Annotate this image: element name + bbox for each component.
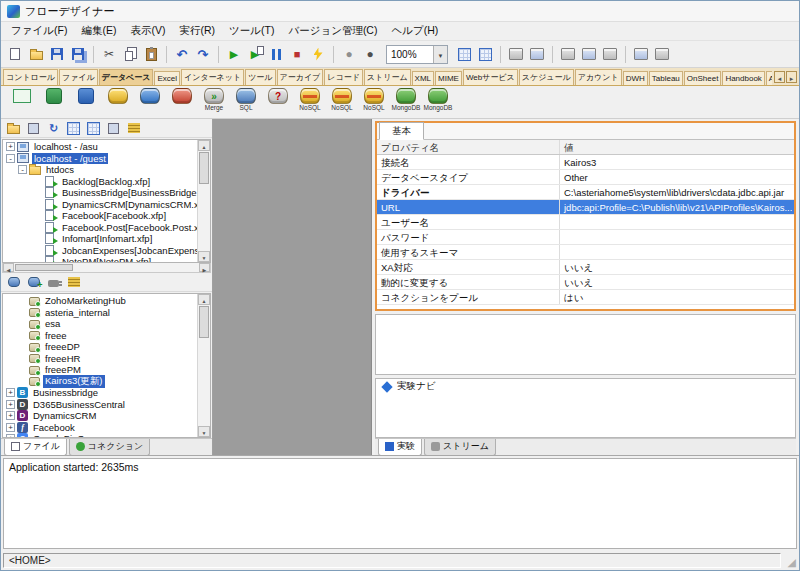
palette-category-tab[interactable]: Tableau xyxy=(649,71,683,85)
palette-category-tab[interactable]: DWH xyxy=(623,71,648,85)
menu-item[interactable]: 表示(V) xyxy=(123,22,172,40)
property-row[interactable]: ドライバー C:\asteriahome5\system\lib\drivers… xyxy=(377,185,794,200)
horizontal-scrollbar[interactable] xyxy=(2,263,211,273)
scroll-up-icon[interactable] xyxy=(198,140,210,151)
tab-scroll-right-icon[interactable] xyxy=(786,71,797,83)
sort-connections-button[interactable] xyxy=(65,274,82,290)
run-button[interactable] xyxy=(224,44,244,64)
component-button-5[interactable] xyxy=(600,44,620,64)
tree-item[interactable]: Businessbridge xyxy=(3,387,197,399)
test-connection-button[interactable] xyxy=(45,274,62,290)
tree-expander[interactable] xyxy=(34,257,43,262)
guide-view-button[interactable] xyxy=(475,44,495,64)
tree-item[interactable]: asteria_internal xyxy=(3,307,197,319)
tree-item[interactable]: GoogleBigQuery xyxy=(3,433,197,437)
property-row[interactable]: 使用するスキーマ xyxy=(377,245,794,260)
tree-item[interactable]: Facebook.Post[Facebook.Post.xfp] xyxy=(3,222,197,234)
tree-expander[interactable] xyxy=(18,308,27,317)
tree-item[interactable]: freeeDP xyxy=(3,341,197,353)
refresh-button[interactable] xyxy=(45,120,62,136)
tab-basic[interactable]: 基本 xyxy=(379,122,424,140)
tree-expander[interactable] xyxy=(34,246,43,255)
scroll-thumb[interactable] xyxy=(15,264,73,271)
property-row[interactable]: 動的に変更する いいえ xyxy=(377,275,794,290)
scroll-up-icon[interactable] xyxy=(198,294,210,305)
vertical-scrollbar[interactable] xyxy=(197,294,210,437)
palette-category-tab[interactable]: コントロール xyxy=(3,69,58,85)
palette-component[interactable] xyxy=(137,88,163,104)
palette-category-tab[interactable]: MIME xyxy=(435,71,462,85)
chevron-down-icon[interactable] xyxy=(433,46,447,63)
tree-item[interactable]: freeeHR xyxy=(3,353,197,365)
palette-component[interactable] xyxy=(9,88,35,103)
tree-item[interactable]: Backlog[Backlog.xfp] xyxy=(3,176,197,188)
run-flow-button[interactable] xyxy=(245,44,265,64)
undo-button[interactable] xyxy=(172,44,192,64)
tree-expander[interactable] xyxy=(34,211,43,220)
menu-item[interactable]: 編集(E) xyxy=(74,22,123,40)
tree-item[interactable]: Infomart[Infomart.xfp] xyxy=(3,233,197,245)
grid-view-button[interactable] xyxy=(454,44,474,64)
tree-expander[interactable] xyxy=(18,377,27,386)
tree-expander[interactable] xyxy=(6,142,15,151)
menu-item[interactable]: バージョン管理(C) xyxy=(281,22,384,40)
tree-expander[interactable] xyxy=(6,154,15,163)
new-package-button[interactable] xyxy=(25,120,42,136)
property-row[interactable]: パスワード xyxy=(377,230,794,245)
palette-component[interactable] xyxy=(105,88,131,104)
panel-tab[interactable]: ファイル xyxy=(4,439,67,456)
palette-component[interactable] xyxy=(265,88,291,104)
open-project-button[interactable] xyxy=(26,44,46,64)
tree-item[interactable]: htdocs xyxy=(3,164,197,176)
tree-expander[interactable] xyxy=(6,411,15,420)
palette-category-tab[interactable]: アーカイブ xyxy=(277,69,324,85)
zoom-combobox[interactable]: 100% xyxy=(386,45,448,64)
component-button-7[interactable] xyxy=(652,44,672,64)
pause-button[interactable] xyxy=(266,44,286,64)
tree-item[interactable]: Kairos3(更新) xyxy=(3,376,197,388)
palette-category-tab[interactable]: ツール xyxy=(245,69,275,85)
menu-item[interactable]: ファイル(F) xyxy=(4,22,74,40)
tree-expander[interactable] xyxy=(34,188,43,197)
palette-component[interactable] xyxy=(73,88,99,104)
tree-expander[interactable] xyxy=(18,296,27,305)
tree-expander[interactable] xyxy=(18,354,27,363)
palette-category-tab[interactable]: XML xyxy=(412,71,434,85)
record-button-1[interactable] xyxy=(339,44,359,64)
stop-button[interactable] xyxy=(287,44,307,64)
property-row[interactable]: URL jdbc:api:Profile=C:\Publish\lib\v21\… xyxy=(377,200,794,215)
sort-button[interactable] xyxy=(125,120,142,136)
palette-category-tab[interactable]: ストリーム xyxy=(364,69,411,85)
component-button-6[interactable] xyxy=(631,44,651,64)
palette-component[interactable] xyxy=(41,88,67,104)
tree-item[interactable]: DynamicsCRM[DynamicsCRM.xfp] xyxy=(3,199,197,211)
scroll-track[interactable] xyxy=(198,185,210,251)
tree-item[interactable]: DynamicsCRM xyxy=(3,410,197,422)
tab-scroll-left-icon[interactable] xyxy=(774,71,785,83)
tree-expander[interactable] xyxy=(34,234,43,243)
palette-category-tab[interactable]: スケジュール xyxy=(519,69,574,85)
palette-category-tab[interactable]: インターネット xyxy=(181,69,244,85)
property-row[interactable]: ユーザー名 xyxy=(377,215,794,230)
menu-item[interactable]: 実行(R) xyxy=(172,22,222,40)
tree-expander[interactable] xyxy=(6,434,15,437)
scroll-right-icon[interactable] xyxy=(199,263,210,272)
redo-button[interactable] xyxy=(193,44,213,64)
tree-expander[interactable] xyxy=(6,388,15,397)
scroll-thumb[interactable] xyxy=(199,306,209,338)
scroll-down-icon[interactable] xyxy=(198,251,210,262)
panel-tab[interactable]: コネクション xyxy=(69,439,150,456)
debug-run-button[interactable] xyxy=(308,44,328,64)
paste-button[interactable] xyxy=(141,44,161,64)
panel-tab[interactable]: 実験 xyxy=(378,439,422,456)
component-button-4[interactable] xyxy=(579,44,599,64)
property-row[interactable]: XA対応 いいえ xyxy=(377,260,794,275)
resize-grip[interactable] xyxy=(783,553,797,568)
tree-expander[interactable] xyxy=(34,200,43,209)
tree-item[interactable]: ZohoMarketingHub xyxy=(3,295,197,307)
palette-component[interactable] xyxy=(169,88,195,104)
save-button[interactable] xyxy=(47,44,67,64)
tree-item[interactable]: localhost - /asu xyxy=(3,141,197,153)
palette-category-tab[interactable]: Handbook xyxy=(722,71,764,85)
menu-item[interactable]: ヘルプ(H) xyxy=(384,22,445,40)
